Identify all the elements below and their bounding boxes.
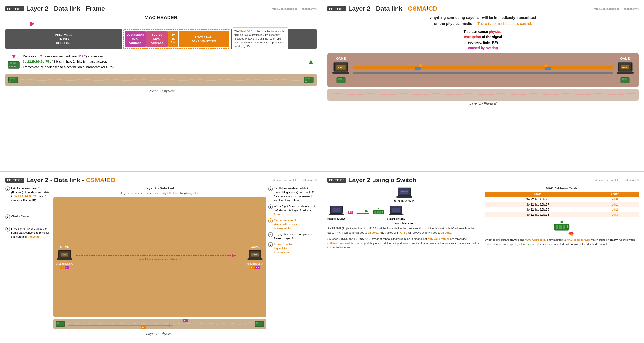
panel3-center: Layer 2 - Data Link Layers are independe…	[54, 186, 266, 336]
network-lines-p2: ✸ ✸ ✸ ✸	[353, 66, 613, 74]
svg-rect-68	[380, 211, 381, 214]
panel3-body: 1 Left Game uses Layer 2 (Ethernet) - in…	[5, 186, 317, 336]
laptop-bottom-p4: 3e:22:fb:b9:5b:76	[395, 222, 414, 224]
mac-bb-p4: 3e:22:fb:b9:5b:76	[395, 222, 414, 224]
frame-box-et: ET 16 Bits	[168, 31, 178, 47]
svg-rect-46	[248, 258, 262, 260]
step-1: 1 Left Game uses Layer 2 (Ethernet) - in…	[5, 186, 52, 202]
svg-rect-37	[624, 78, 626, 80]
pink-down-arrow: ▼	[11, 54, 17, 60]
panel-switch: FF:FF:FF Layer 2 using a Switch https://…	[322, 172, 644, 343]
nic-icon-left	[8, 60, 20, 69]
port-val-3: eth3	[591, 212, 639, 218]
game-network-p3: GAME GAME 3e:22:fb:b9:5b:75 F1 F2	[54, 197, 266, 317]
panel3-title-group: FF:FF:FF Layer 2 - Data link - CSMA/CD	[5, 176, 115, 184]
game-right-p3: GAME GAME 3e:22:fb:b9:5b:76 F1 F2	[246, 245, 264, 269]
panel2-title: Layer 2 - Data link - CSMA/CD	[348, 5, 437, 12]
game-left-p3: GAME GAME 3e:22:fb:b9:5b:75 F1 F2	[56, 245, 73, 269]
panel4-author: adriancantrill	[624, 179, 639, 182]
panel3-author: adriancantrill	[302, 179, 317, 182]
panel1-header: FF:FF:FF Layer 2 - Data link - Frame htt…	[5, 5, 317, 12]
mac-header-section: MAC HEADER	[5, 15, 317, 26]
svg-rect-18	[306, 81, 307, 82]
mac-header-arrow	[30, 22, 312, 26]
mac-table-body: 3e:22:fb:b9:5b:75 eth0 3e:22:fb:b9:5b:77…	[485, 197, 639, 218]
svg-rect-53	[256, 322, 258, 323]
panel-csmacd-top: FF:FF:FF Layer 2 - Data link - CSMA/CD h…	[322, 0, 644, 172]
svg-rect-62	[333, 208, 340, 212]
switch-icon-p4: ⇄	[372, 208, 385, 217]
switch-collision-visual: ⇄ ✸ ✸	[485, 220, 639, 236]
panel-csmacd-bottom: FF:FF:FF Layer 2 - Data link - CSMA/CD h…	[0, 172, 322, 343]
dashed-line-2	[548, 61, 548, 86]
port-val-1: eth1	[591, 202, 639, 207]
svg-rect-69	[382, 211, 383, 213]
svg-rect-56	[396, 196, 412, 198]
laptop-bl-svg	[328, 204, 345, 217]
svg-rect-4	[9, 66, 10, 67]
panel2-author: adriancantrill	[624, 7, 639, 10]
steps-left-col: 1 Left Game uses Layer 2 (Ethernet) - in…	[5, 186, 52, 336]
orange-bar-p2: ✸ ✸ ✸ ✸	[353, 66, 613, 70]
laptop-bottom-right-p4: 3e:22:fb:b9:5b:77	[387, 204, 405, 220]
f1-label-p4: F1	[348, 210, 353, 214]
center-lines-p3: 3e:22:fb:b9:5b:75 ········→ 3e:22:fb:b9:…	[75, 254, 244, 261]
mac-val-2: 3e:22:fb:b9:5b:76	[485, 207, 591, 212]
svg-rect-21	[332, 72, 350, 74]
panel1-title: Layer 2 - Data link - Frame	[26, 5, 105, 12]
switch-arrows	[356, 209, 370, 216]
step-3: 3 If NO carrier, layer 1 takes the frame…	[5, 227, 52, 239]
mac-table-header-row: MAC PORT	[485, 192, 639, 197]
frame-box-src: Source MAC Address	[146, 31, 168, 47]
mac-address-table-section: MAC Address Table MAC PORT 3e:22:fb:b9:5…	[485, 186, 639, 218]
orange-arrows: ✸ ✸ ✸ ✸	[353, 66, 613, 70]
svg-rect-15	[306, 78, 308, 80]
frame-boxes-container: PREAMBLE 56 Bits SFD - 8 Bits The "PAYLO…	[5, 29, 317, 49]
svg-rect-10	[10, 78, 12, 80]
gray-bar-p2	[353, 72, 613, 74]
p2-physical	[327, 89, 639, 100]
svg-rect-78	[563, 226, 565, 229]
svg-rect-74	[392, 208, 400, 212]
p2-desc1: Anything sent using Layer 1 - will be im…	[327, 15, 639, 26]
mac-row-2: 3e:22:fb:b9:5b:76 eth2	[485, 207, 639, 212]
mac-val-0: 3e:22:fb:b9:5b:75	[485, 197, 591, 202]
panel1-title-group: FF:FF:FF Layer 2 - Data link - Frame	[5, 5, 105, 12]
frame-box-payload: PAYLOAD46 - 1500 BYTES	[179, 31, 229, 47]
p2-corruption-note: This can cause physicalcorruption of the…	[327, 29, 639, 51]
svg-rect-2	[10, 62, 12, 64]
wave-svg-p2	[331, 91, 635, 98]
switch-collision-container: ⇄ ✸ ✸	[552, 220, 572, 236]
collision-block-2	[545, 66, 551, 70]
mac-left-p3: 3e:22:fb:b9:5b:75	[56, 262, 73, 265]
mac-address-table: MAC PORT 3e:22:fb:b9:5b:75 eth0 3e:22:fb…	[485, 192, 639, 218]
svg-rect-50	[57, 322, 59, 323]
mac-val-1: 3e:22:fb:b9:5b:77	[485, 202, 591, 207]
game-label-left-p2: GAME	[336, 56, 346, 60]
laptop-left-p3: GAME	[56, 249, 73, 262]
svg-rect-8	[15, 66, 16, 67]
frame-tags-left: F1 F2	[60, 266, 70, 269]
mac-right-p3: 3e:22:fb:b9:5b:76	[246, 262, 264, 265]
orange-arrow-p3	[67, 324, 178, 327]
frame-tags-right: F1 F2	[250, 266, 260, 269]
mac-br-p4: 3e:22:fb:b9:5b:77	[387, 218, 405, 220]
step-2: 2 Checks Carrier	[5, 214, 52, 219]
frame-dashed-area: The "PAYLOAD" is the data the frame carr…	[123, 29, 231, 49]
panel1-author: adriancantrill	[302, 7, 317, 10]
svg-rect-36	[622, 78, 624, 80]
f1-tag-right: F1	[250, 266, 255, 269]
p4-desc-right: Switches understand frames and MAC Addre…	[485, 238, 639, 246]
laptop-right-p2: GAME	[615, 61, 635, 76]
nic-p3-right	[254, 321, 264, 328]
svg-rect-6	[12, 66, 13, 67]
p3-physical-inner: F1 F2	[55, 321, 264, 328]
laptop-top-p4: computer 3e:22:fb:b9:5b:75	[394, 186, 414, 202]
laptop-right-p3: GAME	[246, 249, 264, 262]
wave-container-p3: F1 F2	[67, 321, 252, 328]
mac-bl-p4: 3e:22:fb:b9:5b:70	[327, 218, 346, 220]
game-network-p2: GAME GAME	[327, 53, 639, 87]
header-arrow-svg	[30, 22, 312, 26]
panel1-url: https://learn.cantrill.io	[272, 7, 297, 10]
panel1-header-right: https://learn.cantrill.io adriancantrill	[272, 7, 317, 10]
